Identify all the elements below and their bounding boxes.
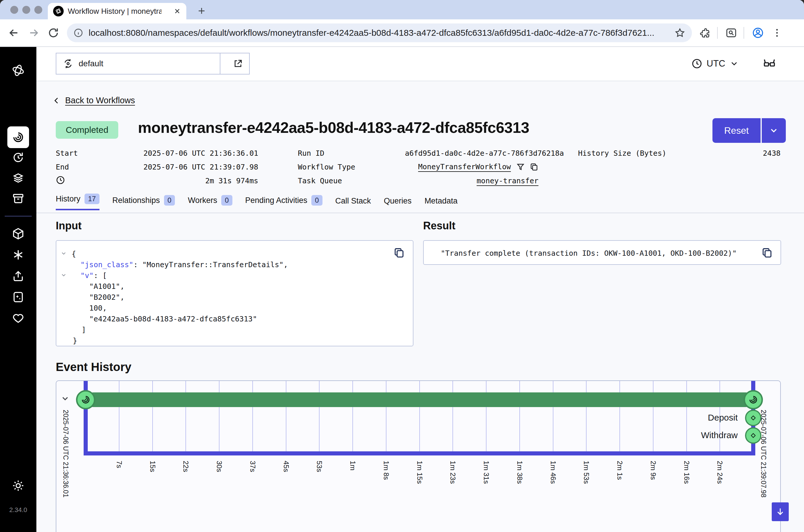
back-to-workflows-link[interactable]: Back to Workflows	[52, 96, 135, 105]
tab-label: Metadata	[425, 196, 458, 206]
labs-glasses-icon[interactable]	[762, 56, 777, 70]
start-label: Start	[56, 149, 141, 157]
profile-avatar-icon[interactable]	[752, 27, 764, 39]
timeline-gridline	[619, 381, 620, 451]
workflow-type-link[interactable]: MoneyTransferWorkflow	[418, 163, 511, 171]
workflow-end-marker[interactable]	[744, 390, 763, 410]
schedules-icon[interactable]	[0, 151, 36, 164]
timeline-tick-label: 15s	[148, 461, 157, 472]
collapse-caret-icon[interactable]	[60, 272, 67, 278]
reload-icon[interactable]	[48, 27, 59, 39]
timezone-selector[interactable]: UTC	[691, 53, 739, 74]
timeline-tick-label: 37s	[248, 461, 257, 472]
tab-metadata[interactable]: Metadata	[425, 196, 458, 210]
activity-row-label: Deposit	[620, 413, 738, 423]
timeline-gridline	[486, 381, 487, 451]
bookmark-star-icon[interactable]	[674, 27, 686, 38]
json-line: }	[73, 335, 77, 346]
browser-tabstrip: Workflow History | moneytran	[0, 0, 804, 19]
json-line: ]	[81, 324, 86, 335]
task-queue-link[interactable]: money-transfer	[476, 176, 539, 185]
activity-deposit-marker[interactable]	[745, 410, 762, 426]
json-value: : [	[94, 271, 107, 280]
run-id-value: a6fd95d1-da0c-4d2e-a77c-786f3d76218a	[405, 149, 539, 157]
cube-icon[interactable]	[0, 228, 36, 240]
tab-history[interactable]: History 17	[56, 193, 99, 210]
timeline-tick-label: 1m 23s	[449, 461, 457, 484]
collapse-caret-icon[interactable]	[60, 250, 67, 256]
window-minimize-button[interactable]	[22, 6, 30, 14]
import-export-icon[interactable]	[0, 270, 36, 282]
tab-call-stack[interactable]: Call Stack	[335, 196, 371, 210]
toolbar-divider	[744, 27, 744, 39]
namespace-external-link-icon[interactable]	[227, 53, 249, 74]
copy-icon[interactable]	[761, 247, 773, 259]
workflow-title: moneytransfer-e4242aa5-b08d-4183-a472-df…	[138, 119, 529, 136]
new-tab-button[interactable]	[195, 4, 208, 18]
tab-count-badge: 0	[164, 195, 175, 206]
json-line: "A1001",	[89, 281, 125, 292]
tab-search-icon[interactable]	[725, 27, 737, 39]
tab-label: Pending Activities	[245, 196, 307, 205]
namespace-selector[interactable]: default	[56, 53, 250, 75]
timeline-tick-label: 1m 8s	[382, 461, 390, 480]
browser-tab[interactable]: Workflow History | moneytran	[48, 3, 186, 19]
theme-toggle-sun-icon[interactable]	[0, 479, 36, 492]
reset-dropdown-button[interactable]	[762, 118, 786, 143]
nexus-asterisk-icon[interactable]	[0, 249, 36, 261]
timeline-collapse-chevron-icon[interactable]	[60, 394, 70, 403]
timeline-end-timestamp: 2025-07-06 UTC 21:39:07.98	[760, 410, 767, 497]
forward-icon[interactable]	[27, 27, 40, 39]
tab-count-badge: 0	[311, 195, 322, 206]
workflow-span-bar[interactable]	[86, 393, 753, 407]
duration-value: 2m 31s 974ms	[141, 176, 258, 185]
scroll-to-bottom-button[interactable]	[772, 502, 789, 521]
back-link-label: Back to Workflows	[65, 96, 135, 105]
docs-sparkle-icon[interactable]	[0, 291, 36, 303]
url-bar[interactable]: localhost:8080/namespaces/default/workfl…	[67, 23, 692, 42]
feedback-heart-icon[interactable]	[0, 312, 36, 324]
tab-relationships[interactable]: Relationships 0	[112, 195, 175, 210]
timeline-tick-label: 53s	[315, 461, 323, 472]
app-sidebar: 2.34.0	[0, 47, 36, 532]
browser-menu-icon[interactable]	[772, 27, 782, 38]
history-size-value: 2438	[675, 149, 781, 157]
tab-label: Relationships	[112, 196, 160, 205]
json-key: "v"	[80, 271, 94, 280]
window-close-button[interactable]	[10, 6, 18, 14]
url-text[interactable]: localhost:8080/namespaces/default/workfl…	[89, 28, 669, 38]
tab-close-icon[interactable]	[173, 7, 181, 15]
timeline-tick-label: 1m 53s	[582, 461, 591, 484]
workflow-start-marker[interactable]	[76, 390, 95, 410]
activity-withdraw-marker[interactable]	[745, 427, 762, 444]
reset-button[interactable]: Reset	[712, 118, 761, 143]
extensions-icon[interactable]	[699, 27, 711, 38]
tab-workers[interactable]: Workers 0	[188, 195, 232, 210]
filter-funnel-icon[interactable]	[516, 163, 525, 172]
chevron-down-icon	[769, 126, 779, 135]
timeline-tick-label: 2m 24s	[716, 461, 724, 484]
timeline-tick-label: 2m 9s	[649, 461, 657, 480]
timeline-gridline	[419, 381, 420, 451]
workflow-type-label: Workflow Type	[258, 163, 405, 171]
tab-count-badge: 17	[85, 193, 99, 204]
site-info-icon[interactable]	[73, 28, 83, 38]
timeline-tick-label: 1m 31s	[482, 461, 490, 484]
nav-workflows-active[interactable]	[7, 127, 29, 148]
window-zoom-button[interactable]	[34, 6, 42, 14]
deployments-layers-icon[interactable]	[0, 172, 36, 184]
tab-queries[interactable]: Queries	[384, 196, 412, 210]
duration-clock-cell	[56, 175, 141, 187]
copy-icon[interactable]	[530, 163, 539, 172]
workflow-tabs: History 17 Relationships 0 Workers 0 Pen…	[56, 193, 457, 210]
tab-pending-activities[interactable]: Pending Activities 0	[245, 195, 322, 210]
result-heading: Result	[423, 220, 455, 232]
status-badge: Completed	[56, 121, 118, 139]
archive-icon[interactable]	[0, 192, 36, 205]
copy-icon[interactable]	[393, 247, 405, 259]
duration-clock-icon	[56, 175, 65, 185]
clock-icon	[691, 58, 703, 69]
event-history-timeline[interactable]: 7s15s22s30s37s45s53s1m1m 8s1m 15s1m 23s1…	[56, 380, 781, 532]
back-icon[interactable]	[7, 27, 20, 39]
tab-label: Workers	[188, 196, 217, 205]
